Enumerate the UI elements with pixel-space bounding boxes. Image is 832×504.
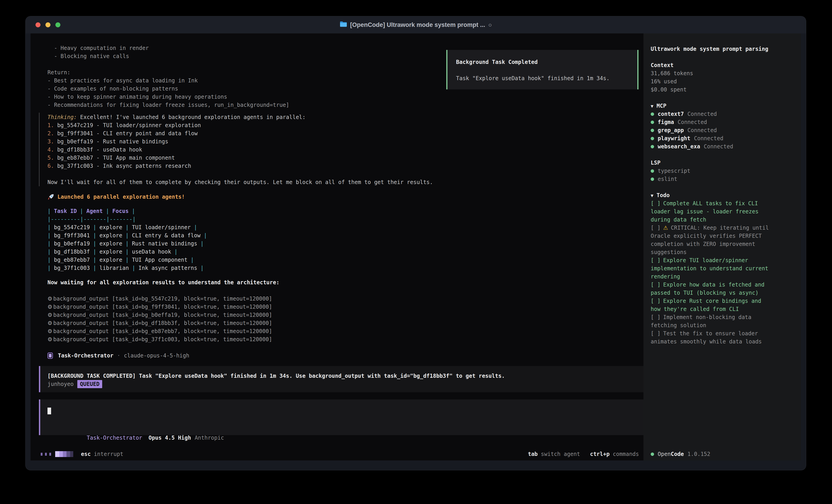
status-dot-icon — [651, 452, 654, 456]
dot-separator: · — [117, 353, 120, 359]
system-message-block: [BACKGROUND TASK COMPLETED] Task "Explor… — [39, 366, 644, 392]
mcp-item: figmaConnected — [651, 118, 793, 126]
thinking-item: 4.bg_df18bb3f - useData hook — [48, 146, 644, 154]
input-agent-line: Task-OrchestratorOpus 4.5 HighAnthropic — [48, 426, 639, 434]
context-used: 16% used — [651, 78, 793, 86]
thinking-item: 5.bg_eb87ebb7 - TUI App main component — [48, 154, 644, 162]
thinking-item: 6.bg_37f1c003 - Ink async patterns resea… — [48, 162, 644, 170]
task-table: |Task ID|Agent|Focus| |---------|-------… — [39, 207, 644, 272]
text-line: - Recommendations for fixing loader free… — [39, 101, 644, 109]
todo-item: [ ]Explore Rust core bindings and how th… — [651, 297, 774, 313]
table-row: |bg_eb87ebb7|explore|TUI App component| — [48, 256, 644, 264]
rocket-icon — [48, 194, 54, 200]
title-bar[interactable]: [OpenCode] Ultrawork mode system prompt … — [26, 16, 806, 33]
launch-banner: Launched 6 parallel exploration agents! — [39, 194, 644, 200]
spinner-gradient-icon — [55, 451, 73, 457]
blank-line — [651, 150, 793, 159]
blank-line — [651, 94, 793, 102]
lsp-item: typescript — [651, 167, 793, 175]
tool-call: ⚙background_output [task_id=bg_b0effa19,… — [48, 311, 644, 319]
agent-status-line: Task-Orchestrator · claude-opus-4-5-high — [39, 352, 644, 360]
gear-icon: ⚙ — [48, 328, 52, 334]
chevron-down-icon: ▼ — [651, 104, 653, 109]
waiting-line: Now waiting for all exploration results … — [39, 278, 644, 286]
mcp-item: playwrightConnected — [651, 134, 793, 142]
todo-item: [ ]Explore how data is fetched and passe… — [651, 281, 774, 297]
launch-banner-text: Launched 6 parallel exploration agents! — [57, 194, 185, 200]
todo-item: [ ]⚠CRITICAL: Keep iterating until Oracl… — [651, 224, 774, 256]
blank-line — [651, 53, 793, 61]
system-message-text: [BACKGROUND TASK COMPLETED] Task "Explor… — [48, 372, 639, 380]
chevron-down-icon: ▼ — [651, 193, 653, 198]
todo-item: [ ]Test the fix to ensure loader animate… — [651, 330, 774, 346]
blank-line — [48, 170, 644, 178]
terminal-main-panel[interactable]: - Heavy computation in render - Blocking… — [30, 33, 644, 460]
background-task-toast[interactable]: Background Task Completed Task "Explore … — [446, 50, 639, 89]
traffic-lights — [35, 16, 60, 33]
tool-call: ⚙background_output [task_id=bg_eb87ebb7,… — [48, 327, 644, 335]
input-agent-name[interactable]: Task-Orchestrator — [86, 435, 142, 441]
thinking-item: 2.bg_f9ff3041 - CLI entry point and data… — [48, 130, 644, 138]
session-indicator-icon: ○ — [488, 22, 492, 28]
todo-item: [ ]Implement non-blocking data fetching … — [651, 313, 774, 330]
session-title: Ultrawork mode system prompt parsing — [651, 45, 793, 53]
table-row: |bg_5547c219|explore|TUI loader/spinner| — [48, 223, 644, 231]
mcp-item: context7Connected — [651, 110, 793, 118]
gear-icon: ⚙ — [48, 304, 52, 310]
window-title: [OpenCode] Ultrawork mode system prompt … — [340, 21, 492, 29]
col-agent: Agent — [83, 208, 106, 214]
status-dot-icon — [651, 120, 654, 124]
folder-icon — [340, 21, 347, 29]
status-dot-icon — [651, 177, 654, 181]
toast-title: Background Task Completed — [456, 58, 638, 66]
tool-call: ⚙background_output [task_id=bg_f9ff3041,… — [48, 303, 644, 311]
lsp-section-header: LSP — [651, 159, 793, 167]
status-dot-icon — [651, 145, 654, 148]
mcp-item: websearch_exaConnected — [651, 142, 793, 150]
thinking-wait-line: Now I'll wait for all of them to complet… — [48, 178, 644, 186]
input-provider-name: Anthropic — [194, 435, 224, 441]
context-spent: $0.00 spent — [651, 86, 793, 94]
blank-line — [651, 183, 793, 191]
mcp-section-header[interactable]: ▼MCP — [651, 102, 793, 110]
input-model-name[interactable]: Opus 4.5 High — [149, 435, 191, 441]
close-button[interactable] — [35, 22, 41, 27]
mcp-item: grep_appConnected — [651, 126, 793, 134]
gear-icon: ⚙ — [48, 312, 52, 318]
queued-user: junhoyeo — [48, 381, 74, 387]
agent-icon — [48, 353, 53, 359]
tool-call: ⚙background_output [task_id=bg_5547c219,… — [48, 295, 644, 303]
esc-key-hint: esc — [81, 451, 90, 457]
context-heading: Context — [651, 61, 793, 69]
sidebar-footer: OpenCode 1.0.152 — [651, 450, 793, 458]
brand-name: Open — [658, 451, 671, 457]
tool-call-list: ⚙background_output [task_id=bg_5547c219,… — [39, 295, 644, 343]
thinking-item: 1.bg_5547c219 - TUI loader/spinner explo… — [48, 121, 644, 130]
maximize-button[interactable] — [55, 22, 60, 27]
tool-call: ⚙background_output [task_id=bg_df18bb3f,… — [48, 319, 644, 327]
session-sidebar[interactable]: Ultrawork mode system prompt parsing Con… — [644, 33, 801, 460]
todo-item: [ ]Explore TUI loader/spinner implementa… — [651, 256, 774, 281]
warning-icon: ⚠ — [663, 225, 668, 231]
thinking-label: Thinking: — [48, 114, 77, 120]
table-row: |bg_37f1c003|librarian|Ink async pattern… — [48, 264, 644, 272]
tool-call: ⚙background_output [task_id=bg_37f1c003,… — [48, 335, 644, 343]
system-message-meta: junhoyeoQUEUED — [48, 380, 639, 388]
switch-agent-hint: switch agent — [541, 451, 580, 457]
table-row: |bg_f9ff3041|explore|CLI entry & data fl… — [48, 231, 644, 240]
tab-key-hint: tab — [528, 451, 538, 457]
gear-icon: ⚙ — [48, 336, 52, 342]
title-text: [OpenCode] Ultrawork mode system prompt … — [350, 22, 485, 28]
queued-badge: QUEUED — [77, 380, 102, 388]
thinking-intro: Thinking: Excellent! I've launched 6 bac… — [48, 113, 644, 121]
ctrlp-key-hint: ctrl+p — [590, 451, 610, 457]
status-dot-icon — [651, 137, 654, 140]
todo-section-header[interactable]: ▼Todo — [651, 191, 793, 199]
context-tokens: 31,686 tokens — [651, 69, 793, 78]
col-focus: Focus — [109, 208, 132, 214]
prompt-input-area[interactable]: Task-OrchestratorOpus 4.5 HighAnthropic — [39, 399, 644, 435]
terminal-window: [OpenCode] Ultrawork mode system prompt … — [26, 16, 806, 470]
col-task-id: Task ID — [51, 208, 80, 214]
minimize-button[interactable] — [46, 22, 50, 27]
app-version: 1.0.152 — [687, 451, 710, 457]
